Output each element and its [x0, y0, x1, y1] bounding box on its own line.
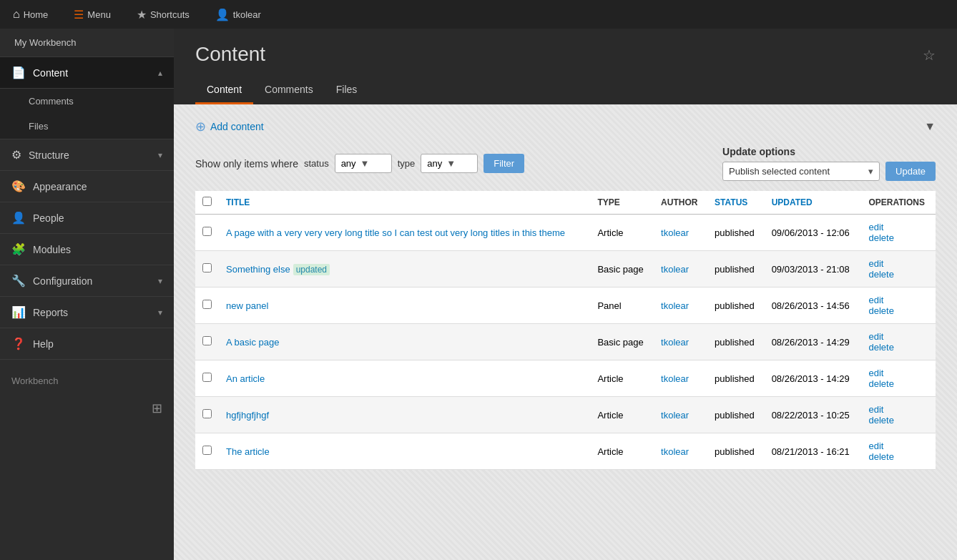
- table-header-row: TITLE TYPE AUTHOR STATUS UPDATED OPERATI…: [195, 191, 936, 215]
- sidebar-item-modules[interactable]: 🧩 Modules: [0, 234, 174, 265]
- table-row: Something elseupdatedBasic pagetkolearpu…: [195, 251, 936, 288]
- status-select[interactable]: any ▼: [335, 154, 392, 173]
- content-type: Basic page: [590, 251, 654, 288]
- author-link[interactable]: tkolear: [661, 446, 689, 457]
- sidebar-item-configuration-label: Configuration: [33, 275, 92, 287]
- sidebar-item-structure-label: Structure: [29, 149, 69, 161]
- content-title-link[interactable]: new panel: [226, 300, 268, 311]
- update-options-title: Update options: [722, 146, 795, 157]
- layout-icon[interactable]: ⊞: [152, 401, 162, 416]
- content-title-link[interactable]: Something else: [226, 264, 290, 275]
- author-link[interactable]: tkolear: [661, 264, 689, 275]
- sidebar-item-appearance[interactable]: 🎨 Appearance: [0, 171, 174, 202]
- update-select[interactable]: Publish selected content ▾: [722, 162, 880, 181]
- author-link[interactable]: tkolear: [661, 300, 689, 311]
- tab-files[interactable]: Files: [325, 77, 369, 104]
- appearance-icon: 🎨: [11, 180, 26, 193]
- sidebar-item-configuration[interactable]: 🔧 Configuration ▾: [0, 265, 174, 297]
- content-table: TITLE TYPE AUTHOR STATUS UPDATED OPERATI…: [195, 191, 936, 470]
- structure-icon: ⚙: [11, 148, 21, 162]
- op-delete-link[interactable]: delete: [868, 305, 928, 316]
- bookmark-star-icon[interactable]: ☆: [923, 46, 936, 64]
- people-icon: 👤: [11, 211, 26, 225]
- op-edit-link[interactable]: edit: [868, 222, 928, 232]
- content-updated: 09/06/2013 - 12:06: [765, 215, 862, 251]
- dropdown-arrow-icon[interactable]: ▼: [924, 120, 936, 133]
- op-edit-link[interactable]: edit: [868, 331, 928, 342]
- author-link[interactable]: tkolear: [661, 227, 689, 238]
- content-title-link[interactable]: An article: [226, 373, 265, 384]
- op-edit-link[interactable]: edit: [868, 441, 928, 451]
- content-status: published: [707, 360, 765, 397]
- menu-icon: ☰: [74, 8, 84, 21]
- content-operations: editdelete: [861, 433, 936, 470]
- author-link[interactable]: tkolear: [661, 373, 689, 384]
- top-navigation: ⌂ Home ☰ Menu ★ Shortcuts 👤 tkolear: [0, 0, 957, 29]
- content-title-link[interactable]: hgfjhgfjhgf: [226, 410, 269, 421]
- tab-comments[interactable]: Comments: [253, 77, 325, 104]
- nav-menu-label: Menu: [87, 9, 111, 20]
- type-select[interactable]: any ▼: [421, 154, 478, 173]
- user-icon: 👤: [215, 8, 230, 21]
- sidebar-item-people[interactable]: 👤 People: [0, 202, 174, 234]
- row-checkbox[interactable]: [202, 409, 212, 418]
- sidebar-item-content[interactable]: 📄 Content ▴: [0, 57, 174, 89]
- content-operations: editdelete: [861, 215, 936, 251]
- op-edit-link[interactable]: edit: [868, 404, 928, 415]
- author-link[interactable]: tkolear: [661, 337, 689, 348]
- table-row: The articleArticletkolearpublished08/21/…: [195, 433, 936, 470]
- sidebar-item-structure[interactable]: ⚙ Structure ▾: [0, 139, 174, 171]
- op-edit-link[interactable]: edit: [868, 295, 928, 305]
- op-delete-link[interactable]: delete: [868, 451, 928, 462]
- content-type: Article: [590, 397, 654, 433]
- content-title-link[interactable]: A page with a very very very long title …: [226, 227, 565, 238]
- op-delete-link[interactable]: delete: [868, 269, 928, 280]
- row-checkbox[interactable]: [202, 227, 212, 236]
- sidebar-item-people-label: People: [33, 212, 64, 224]
- tab-content[interactable]: Content: [195, 77, 253, 104]
- author-link[interactable]: tkolear: [661, 410, 689, 421]
- nav-shortcuts-label: Shortcuts: [150, 9, 190, 20]
- sidebar-sub-files[interactable]: Files: [0, 114, 174, 139]
- row-checkbox[interactable]: [202, 263, 212, 272]
- type-chevron-icon: ▼: [446, 158, 456, 169]
- col-updated[interactable]: UPDATED: [765, 191, 862, 215]
- update-options-section: Update options Publish selected content …: [722, 146, 936, 181]
- filter-button[interactable]: Filter: [484, 154, 524, 173]
- col-title[interactable]: TITLE: [219, 191, 590, 215]
- content-operations: editdelete: [861, 397, 936, 433]
- op-delete-link[interactable]: delete: [868, 232, 928, 243]
- filter-section: Show only items where status any ▼ type …: [195, 154, 524, 173]
- content-title-link[interactable]: A basic page: [226, 337, 279, 348]
- row-checkbox[interactable]: [202, 373, 212, 382]
- op-delete-link[interactable]: delete: [868, 342, 928, 353]
- sidebar-item-appearance-label: Appearance: [33, 181, 87, 192]
- op-edit-link[interactable]: edit: [868, 258, 928, 269]
- main-content: ⊕ Add content ▼ Show only items where st…: [174, 104, 957, 560]
- content-title-link[interactable]: The article: [226, 446, 270, 457]
- sidebar-sub-comments[interactable]: Comments: [0, 89, 174, 114]
- sidebar-item-help[interactable]: ❓ Help: [0, 328, 174, 360]
- op-delete-link[interactable]: delete: [868, 378, 928, 389]
- sidebar-item-reports[interactable]: 📊 Reports ▾: [0, 297, 174, 328]
- row-checkbox[interactable]: [202, 446, 212, 455]
- nav-menu[interactable]: ☰ Menu: [68, 4, 117, 25]
- sidebar-item-reports-label: Reports: [33, 307, 68, 318]
- op-edit-link[interactable]: edit: [868, 368, 928, 378]
- col-status[interactable]: STATUS: [707, 191, 765, 215]
- nav-home-label: Home: [24, 9, 49, 20]
- nav-user[interactable]: 👤 tkolear: [210, 4, 267, 25]
- select-all-checkbox[interactable]: [202, 197, 212, 206]
- add-content-button[interactable]: ⊕ Add content: [195, 119, 264, 134]
- content-status: published: [707, 397, 765, 433]
- nav-shortcuts[interactable]: ★ Shortcuts: [131, 4, 195, 25]
- nav-home[interactable]: ⌂ Home: [7, 4, 54, 24]
- row-checkbox[interactable]: [202, 336, 212, 345]
- row-checkbox[interactable]: [202, 300, 212, 309]
- sidebar-my-workbench[interactable]: My Workbench: [0, 29, 174, 57]
- updated-badge: updated: [293, 264, 330, 275]
- content-status: published: [707, 288, 765, 324]
- op-delete-link[interactable]: delete: [868, 415, 928, 426]
- update-button[interactable]: Update: [885, 162, 936, 181]
- toolbar-align-area: ⊞: [0, 395, 174, 422]
